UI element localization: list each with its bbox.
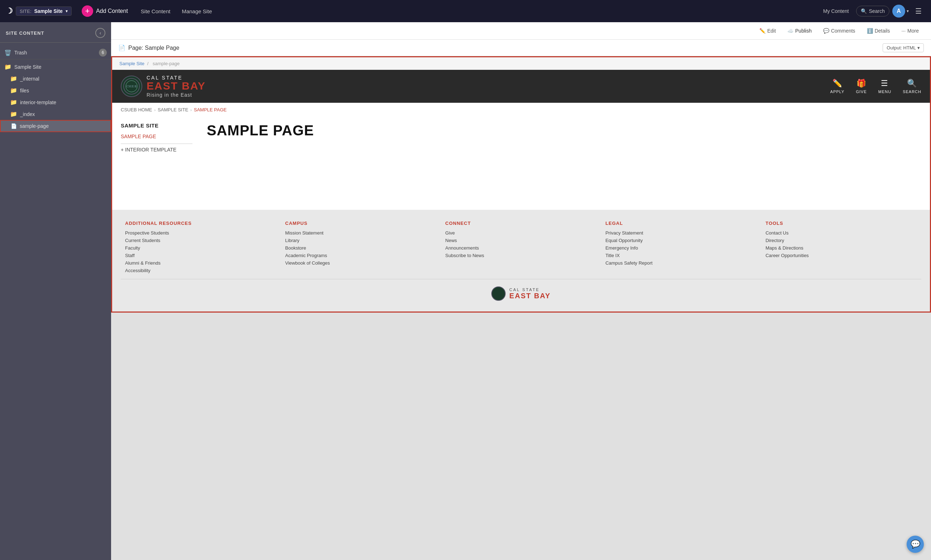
publish-icon: ☁️: [787, 28, 794, 34]
footer-link[interactable]: Privacy Statement: [605, 230, 757, 235]
footer-link[interactable]: Staff: [125, 253, 276, 258]
sidebar-item-sample-site[interactable]: 📁 Sample Site: [0, 61, 111, 73]
footer-columns: ADDITIONAL RESOURCES Prospective Student…: [121, 220, 921, 275]
apply-label: APPLY: [830, 89, 845, 94]
edit-button[interactable]: ✏️ Edit: [754, 26, 781, 36]
footer-link[interactable]: Faculty: [125, 245, 276, 251]
file-icon: 📄: [11, 123, 17, 129]
comments-icon: 💬: [823, 28, 829, 34]
footer-bottom: CAL STATE EAST BAY: [121, 279, 921, 301]
more-button[interactable]: ··· More: [896, 26, 924, 36]
footer-link[interactable]: Prospective Students: [125, 230, 276, 235]
footer-col-additional-resources: ADDITIONAL RESOURCES Prospective Student…: [121, 220, 281, 275]
footer-link[interactable]: Directory: [766, 238, 917, 243]
page-title-bar: 📄 Page: Sample Page Output: HTML ▾: [111, 40, 931, 56]
main-page-heading: SAMPLE PAGE: [207, 123, 921, 138]
csueb-logo-text: CAL STATE EAST BAY Rising in the East: [147, 75, 206, 98]
top-navigation: ☽ SITE: Sample Site ▾ + Add Content Site…: [0, 0, 931, 22]
breadcrumb-page: sample-page: [153, 61, 179, 66]
left-nav-title: SAMPLE SITE: [121, 123, 193, 129]
details-button[interactable]: ℹ️ Details: [862, 26, 895, 36]
site-content-nav[interactable]: Site Content: [135, 6, 176, 17]
search-nav-icon[interactable]: 🔍 SEARCH: [903, 79, 921, 94]
sidebar-item-files[interactable]: 📁 files: [0, 85, 111, 96]
footer-link[interactable]: Accessibility: [125, 268, 276, 273]
comments-button[interactable]: 💬 Comments: [818, 26, 860, 36]
menu-nav-icon[interactable]: ☰ MENU: [879, 79, 891, 94]
footer-link[interactable]: Career Opportunities: [766, 253, 917, 258]
menu-icon: ☰: [881, 79, 888, 88]
manage-site-nav[interactable]: Manage Site: [176, 6, 218, 17]
footer-link[interactable]: Title IX: [605, 253, 757, 258]
footer-link[interactable]: Library: [285, 238, 437, 243]
left-nav-add-button[interactable]: + INTERIOR TEMPLATE: [121, 147, 193, 152]
footer-col-title: CONNECT: [445, 220, 597, 226]
footer-link[interactable]: Announcements: [445, 245, 597, 251]
publish-button[interactable]: ☁️ Publish: [782, 26, 817, 36]
site-selector[interactable]: SITE: Sample Site ▾: [16, 6, 72, 16]
my-content-button[interactable]: My Content: [819, 6, 853, 16]
chat-bubble-button[interactable]: 💬: [906, 535, 924, 553]
sidebar-item-index[interactable]: 📁 _index: [0, 108, 111, 120]
left-nav-sample-page-link[interactable]: SAMPLE PAGE: [121, 132, 193, 141]
footer-link[interactable]: Viewbook of Colleges: [285, 260, 437, 266]
edit-label: Edit: [767, 28, 776, 34]
footer-link[interactable]: Contact Us: [766, 230, 917, 235]
apply-nav-icon[interactable]: ✏️ APPLY: [830, 79, 845, 94]
sidebar-collapse-button[interactable]: ‹: [95, 28, 105, 38]
footer-link[interactable]: Subscribe to News: [445, 253, 597, 258]
folder-icon: 📁: [10, 111, 17, 117]
sidebar-item-interior-template[interactable]: 📁 interior-template: [0, 96, 111, 108]
sidebar-item-label: files: [20, 88, 29, 94]
publish-label: Publish: [795, 28, 812, 34]
footer-link[interactable]: Give: [445, 230, 597, 235]
edit-icon: ✏️: [760, 28, 766, 34]
sidebar-item-label: interior-template: [20, 100, 56, 105]
output-label: Output: HTML: [886, 45, 916, 51]
sidebar-item-sample-page[interactable]: 📄 sample-page: [0, 120, 111, 132]
nav-right: My Content 🔍 Search A ▾ ☰: [819, 5, 925, 17]
footer-link[interactable]: Equal Opportunity: [605, 238, 757, 243]
bc-arrow-1: ›: [154, 108, 156, 112]
main-page-content: SAMPLE PAGE: [207, 117, 921, 210]
add-content-button[interactable]: + Add Content: [77, 3, 132, 19]
app-logo[interactable]: ☽: [6, 6, 13, 16]
rising-text: Rising in the East: [147, 92, 206, 98]
sidebar-item-internal[interactable]: 📁 _internal: [0, 73, 111, 85]
footer-link[interactable]: Alumni & Friends: [125, 260, 276, 266]
preview-area[interactable]: Sample Site / sample-page CSUE B: [111, 56, 931, 560]
preview-frame: Sample Site / sample-page CSUE B: [111, 56, 931, 312]
bc-current-page: SAMPLE PAGE: [194, 107, 227, 112]
output-dropdown[interactable]: Output: HTML ▾: [883, 43, 924, 52]
footer-link[interactable]: Mission Statement: [285, 230, 437, 235]
svg-text:CSUE B: CSUE B: [127, 85, 136, 88]
folder-icon: 📁: [10, 75, 17, 82]
footer-link[interactable]: Campus Safety Report: [605, 260, 757, 266]
search-label: Search: [869, 8, 885, 14]
footer-link[interactable]: Academic Programs: [285, 253, 437, 258]
avatar-chevron-icon: ▾: [906, 9, 909, 14]
sidebar-title: SITE CONTENT: [6, 31, 44, 36]
footer-link[interactable]: Maps & Directions: [766, 245, 917, 251]
avatar-button[interactable]: A ▾: [892, 5, 909, 17]
footer-link[interactable]: Current Students: [125, 238, 276, 243]
footer-link[interactable]: Emergency Info: [605, 245, 757, 251]
breadcrumb-site-link[interactable]: Sample Site: [119, 61, 144, 66]
sidebar-item-trash[interactable]: 🗑️ Trash 6: [0, 46, 111, 60]
hamburger-menu-button[interactable]: ☰: [912, 5, 925, 17]
bc-site-link[interactable]: SAMPLE SITE: [157, 107, 188, 112]
footer-col-connect: CONNECT Give News Announcements Subscrib…: [441, 220, 601, 275]
east-bay-text: EAST BAY: [147, 80, 206, 91]
folder-icon: 📁: [10, 99, 17, 106]
give-nav-icon[interactable]: 🎁 GIVE: [856, 79, 866, 94]
footer-link[interactable]: News: [445, 238, 597, 243]
site-breadcrumb: CSUEB HOME › SAMPLE SITE › SAMPLE PAGE: [112, 103, 930, 117]
csueb-footer: ADDITIONAL RESOURCES Prospective Student…: [112, 210, 930, 311]
content-toolbar: ✏️ Edit ☁️ Publish 💬 Comments ℹ️ Details…: [111, 22, 931, 40]
trash-label: Trash: [14, 50, 27, 55]
sidebar: SITE CONTENT ‹ 🗑️ Trash 6 📁 Sample Site …: [0, 22, 111, 560]
csueb-nav-icons: ✏️ APPLY 🎁 GIVE ☰ MENU 🔍: [830, 79, 921, 94]
bc-home-link[interactable]: CSUEB HOME: [121, 107, 152, 112]
footer-link[interactable]: Bookstore: [285, 245, 437, 251]
search-button[interactable]: 🔍 Search: [856, 6, 889, 17]
